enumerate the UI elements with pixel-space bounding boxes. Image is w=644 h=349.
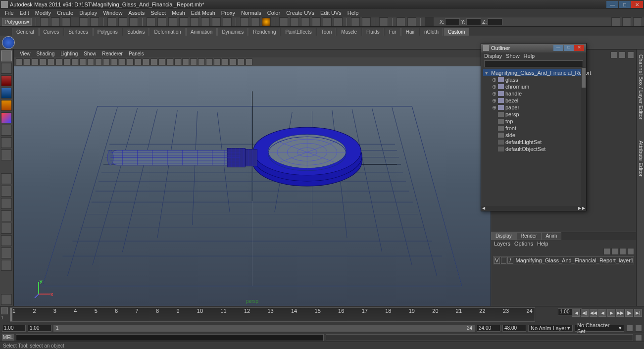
mask-icon7[interactable] <box>212 17 221 26</box>
shelf-tab-fluids[interactable]: Fluids <box>362 28 384 36</box>
vp-menu-view[interactable]: View <box>17 51 34 56</box>
rotate-tool[interactable] <box>1 100 12 111</box>
mode-combo[interactable]: Polygons▾ <box>2 18 32 26</box>
menu-assets[interactable]: Assets <box>125 9 148 16</box>
outliner-scrollbar[interactable] <box>581 67 586 206</box>
layer-p-cell[interactable] <box>501 257 507 264</box>
safe-action-icon[interactable] <box>63 58 70 65</box>
range-end-out[interactable]: 48.00 <box>502 325 526 332</box>
shelf-tab-fur[interactable]: Fur <box>385 28 401 36</box>
soft-mod-tool[interactable] <box>1 137 12 148</box>
layer-tab-display[interactable]: Display <box>491 232 516 240</box>
sep3-icon[interactable] <box>214 58 221 65</box>
autokey-icon[interactable] <box>626 325 633 332</box>
film-gate-icon[interactable] <box>48 58 54 65</box>
menu-window[interactable]: Window <box>100 9 125 16</box>
misc4-icon[interactable] <box>246 58 252 65</box>
res-gate-icon[interactable] <box>55 58 62 65</box>
sidebar-toggle-icon[interactable] <box>611 17 620 26</box>
high-quality-icon[interactable] <box>111 58 118 65</box>
step-fwd-button[interactable]: ▶▶ <box>616 309 624 317</box>
menu-mesh[interactable]: Mesh <box>169 9 188 16</box>
shelf-tab-deformation[interactable]: Deformation <box>149 28 185 36</box>
select-camera-icon[interactable] <box>16 58 23 65</box>
cube1-icon[interactable] <box>166 58 173 65</box>
save-scene-icon[interactable] <box>62 17 71 26</box>
outliner-node-chromium[interactable]: ⊕chromium <box>483 83 584 90</box>
outliner-menu-display[interactable]: Display <box>484 53 502 59</box>
outliner-close-button[interactable]: ✕ <box>574 45 584 51</box>
menu-file[interactable]: File <box>2 9 17 16</box>
play-fwd-button[interactable]: ▶ <box>607 309 615 317</box>
outliner-window[interactable]: Outliner — □ ✕ DisplayShowHelp ▾Magnifyi… <box>481 43 587 211</box>
tab-channel-box[interactable]: Channel Box / Layer Editor <box>638 54 644 119</box>
open-scene-icon[interactable] <box>51 17 60 26</box>
vp-menu-panels[interactable]: Panels <box>126 51 147 56</box>
menu-select[interactable]: Select <box>148 9 169 16</box>
sidebar-toggle-icon3[interactable] <box>633 17 642 26</box>
sphere-o-icon[interactable] <box>198 58 205 65</box>
layer-type-cell[interactable]: / <box>507 257 513 264</box>
layer-new-empty-icon[interactable] <box>619 248 626 255</box>
time-cursor[interactable] <box>10 308 12 321</box>
layer-row[interactable]: V/Magnifying_Glass_And_Financial_Report_… <box>493 256 634 264</box>
outliner-node-magnifying_glass_and_financial_report[interactable]: ▾Magnifying_Glass_And_Financial_Report <box>483 69 584 76</box>
outliner-node-defaultlightset[interactable]: defaultLightSet <box>483 139 584 146</box>
layer-move-up-icon[interactable] <box>603 248 610 255</box>
maximize-button[interactable]: □ <box>619 1 631 8</box>
prefs-icon[interactable] <box>635 325 642 332</box>
range-slider[interactable]: 124 <box>53 325 475 332</box>
outliner-node-glass[interactable]: ⊕glass <box>483 76 584 83</box>
layout-single[interactable] <box>1 173 12 184</box>
outliner-node-persp[interactable]: persp <box>483 111 584 118</box>
channel-icon1[interactable] <box>610 51 617 58</box>
channel-icon2[interactable] <box>619 51 626 58</box>
shelf-tab-general[interactable]: General <box>12 28 39 36</box>
mask-icon6[interactable] <box>201 17 210 26</box>
layout-dope[interactable] <box>1 260 12 271</box>
layout-three[interactable] <box>1 223 12 234</box>
outliner-titlebar[interactable]: Outliner — □ ✕ <box>481 44 586 52</box>
time-sound-icon[interactable] <box>1 307 8 314</box>
input-mode-icon[interactable] <box>425 17 434 26</box>
show-all-icon[interactable] <box>150 58 157 65</box>
shelf-tab-animation[interactable]: Animation <box>186 28 217 36</box>
sep2-icon[interactable] <box>158 58 165 65</box>
shelf-tab-rendering[interactable]: Rendering <box>248 28 280 36</box>
shelf-tab-muscle[interactable]: Muscle <box>337 28 361 36</box>
show-sel-icon[interactable] <box>143 58 149 65</box>
lasso-tool[interactable] <box>1 63 12 74</box>
menu-create[interactable]: Create <box>54 9 76 16</box>
range-start-in[interactable]: 1.00 <box>28 325 51 332</box>
snap-point-icon[interactable] <box>262 17 271 26</box>
sep-icon[interactable] <box>135 58 142 65</box>
anim-layer-combo[interactable]: No Anim Layer▾ <box>528 325 573 332</box>
layout-two-side[interactable] <box>1 198 12 209</box>
history-icon2[interactable] <box>290 17 299 26</box>
mask-icon[interactable] <box>147 17 155 26</box>
outliner-node-defaultobjectset[interactable]: defaultObjectSet <box>483 146 584 152</box>
outliner-menu-help[interactable]: Help <box>524 53 535 59</box>
cmd-input[interactable] <box>16 334 324 341</box>
shelf-custom-icon[interactable] <box>2 36 15 49</box>
step-fwd-key-button[interactable]: |▶ <box>625 309 633 317</box>
shelf-tab-ncloth[interactable]: nCloth <box>420 28 443 36</box>
layer-move-down-icon[interactable] <box>611 248 618 255</box>
last-tool[interactable] <box>1 150 12 160</box>
history-icon4[interactable] <box>312 17 321 26</box>
right-side-tabs[interactable]: Channel Box / Layer Editor Attribute Edi… <box>636 50 644 306</box>
expand-icon[interactable]: ⊕ <box>492 77 496 83</box>
menu-help[interactable]: Help <box>345 9 362 16</box>
layout-two-stack[interactable] <box>1 210 12 221</box>
menu-proxy[interactable]: Proxy <box>218 9 238 16</box>
render-icon[interactable] <box>351 17 360 26</box>
shelf-tab-subdivs[interactable]: Subdivs <box>123 28 149 36</box>
expand-icon[interactable]: ⊕ <box>492 84 496 90</box>
layer-menu-layers[interactable]: Layers <box>494 241 510 247</box>
outliner-node-paper[interactable]: ⊕paper <box>483 104 584 111</box>
coord-z-field[interactable] <box>488 18 502 25</box>
manip-tool[interactable] <box>1 125 12 136</box>
mask-icon8[interactable] <box>223 17 232 26</box>
shelf-tab-painteffects[interactable]: PaintEffects <box>281 28 316 36</box>
menu-edit-uvs[interactable]: Edit UVs <box>317 9 345 16</box>
